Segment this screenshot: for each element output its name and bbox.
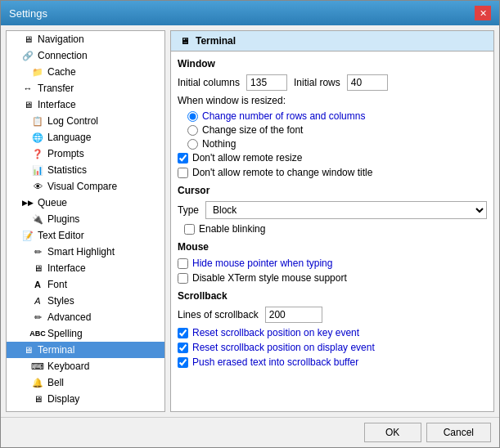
dont-allow-remote-resize-checkbox[interactable] [178,153,188,164]
hide-mouse-checkbox[interactable] [178,258,188,269]
initial-rows-label: Initial rows [294,77,340,88]
styles-icon: A [31,294,44,307]
dont-allow-title-checkbox[interactable] [178,168,188,178]
dont-allow-remote-resize-label: Don't allow remote resize [192,152,302,164]
cursor-type-select[interactable]: Block Underline Beam [205,201,487,219]
cancel-button[interactable]: Cancel [426,423,491,442]
sidebar-item-spelling[interactable]: ABC Spelling [7,325,164,342]
sidebar-label-transfer: Transfer [38,83,74,94]
sidebar-item-display[interactable]: 🖥 Display [7,391,164,407]
disable-xterm-row: Disable XTerm style mouse support [178,272,487,284]
sidebar-label-visual-compare: Visual Compare [47,181,117,192]
title-bar: Settings ✕ [1,1,499,25]
sidebar-item-interface[interactable]: 🖥 Interface [7,96,164,113]
sidebar-label-styles: Styles [47,295,74,307]
ok-button[interactable]: OK [364,423,421,442]
content-body: Window Initial columns Initial rows When… [171,52,493,378]
navigation-icon: 🖥 [21,33,34,46]
cursor-section-title: Cursor [178,185,487,196]
interface2-icon: 🖥 [31,262,44,275]
keyboard-icon: ⌨ [31,360,44,373]
sidebar-item-language[interactable]: 🌐 Language [7,129,164,146]
enable-blinking-checkbox[interactable] [184,224,195,235]
sidebar-label-plugins: Plugins [47,213,79,225]
push-erased-checkbox[interactable] [178,357,188,368]
queue-icon: ▶▶ [21,196,34,209]
sidebar-item-queue[interactable]: ▶▶ Queue [7,195,164,211]
sidebar-item-cache[interactable]: 📁 Cache [7,64,164,80]
hide-mouse-row: Hide mouse pointer when typing [178,258,487,269]
interface-icon: 🖥 [21,98,34,111]
dont-allow-remote-resize-row: Don't allow remote resize [178,152,487,164]
sidebar-item-hyperlinks[interactable]: A Hyperlinks [7,407,164,412]
radio-change-rows: Change number of rows and columns [187,110,487,122]
bottom-bar: OK Cancel [1,417,499,447]
mouse-section-title: Mouse [178,241,487,253]
main-area: 🖥 Navigation 🔗 Connection 📁 Cache ↔ Tran… [1,25,499,417]
resize-options: Change number of rows and columns Change… [181,110,487,150]
reset-key-checkbox[interactable] [178,328,188,338]
radio-nothing: Nothing [187,138,487,150]
radio-change-rows-input[interactable] [187,111,198,122]
initial-columns-input[interactable] [246,74,287,91]
close-button[interactable]: ✕ [475,6,491,20]
sidebar-label-terminal: Terminal [38,344,74,356]
text-editor-icon: 📝 [21,229,34,242]
sidebar-item-keyboard[interactable]: ⌨ Keyboard [7,358,164,374]
initial-rows-input[interactable] [347,74,388,91]
sidebar-label-connection: Connection [38,50,88,61]
reset-display-label: Reset scrollback position on display eve… [192,342,375,353]
plugins-icon: 🔌 [31,213,44,226]
transfer-icon: ↔ [21,82,34,95]
sidebar-item-font[interactable]: A Font [7,276,164,293]
sidebar-item-plugins[interactable]: 🔌 Plugins [7,211,164,227]
radio-change-font-input[interactable] [187,125,198,136]
resize-label: When window is resized: [178,95,286,106]
columns-row: Initial columns Initial rows [178,74,487,91]
reset-display-row: Reset scrollback position on display eve… [178,342,487,353]
sidebar-label-interface2: Interface [47,262,86,274]
sidebar-item-prompts[interactable]: ❓ Prompts [7,146,164,162]
sidebar-item-terminal[interactable]: 🖥 Terminal [7,342,164,358]
sidebar-item-statistics[interactable]: 📊 Statistics [7,162,164,178]
settings-dialog: Settings ✕ 🖥 Navigation 🔗 Connection 📁 C… [0,0,500,448]
sidebar-item-connection[interactable]: 🔗 Connection [7,47,164,64]
sidebar-item-smart-highlight[interactable]: ✏ Smart Highlight [7,244,164,260]
disable-xterm-label: Disable XTerm style mouse support [192,272,347,284]
advanced-icon: ✏ [31,311,44,324]
radio-nothing-input[interactable] [187,139,198,150]
scrollback-section-title: Scrollback [178,290,487,302]
sidebar-label-interface: Interface [38,99,76,110]
sidebar-item-visual-compare[interactable]: 👁 Visual Compare [7,178,164,195]
sidebar-item-navigation[interactable]: 🖥 Navigation [7,31,164,47]
lines-input[interactable] [265,307,322,323]
hyperlinks-icon: A [41,409,54,412]
sidebar-item-interface2[interactable]: 🖥 Interface [7,260,164,276]
log-control-icon: 📋 [31,114,44,128]
cursor-type-label: Type [178,204,199,216]
sidebar-item-transfer[interactable]: ↔ Transfer [7,80,164,96]
sidebar-item-bell[interactable]: 🔔 Bell [7,374,164,391]
reset-display-checkbox[interactable] [178,343,188,353]
smart-highlight-icon: ✏ [31,245,44,258]
sidebar-label-log-control: Log Control [47,115,98,127]
panel-header-icon: 🖥 [178,34,191,47]
sidebar-label-statistics: Statistics [47,164,87,176]
radio-change-font: Change size of the font [187,124,487,136]
language-icon: 🌐 [31,131,44,144]
dialog-title: Settings [9,7,47,20]
panel-title: Terminal [196,35,236,47]
push-erased-row: Push erased text into scrollback buffer [178,356,487,368]
sidebar-label-cache: Cache [47,66,76,78]
sidebar-label-prompts: Prompts [47,148,84,159]
sidebar-label-font: Font [47,279,67,290]
sidebar-item-styles[interactable]: A Styles [7,293,164,309]
sidebar-item-advanced[interactable]: ✏ Advanced [7,309,164,325]
sidebar-item-text-editor[interactable]: 📝 Text Editor [7,227,164,244]
sidebar-label-keyboard: Keyboard [47,361,89,372]
terminal-icon: 🖥 [21,343,34,356]
disable-xterm-checkbox[interactable] [178,273,188,284]
sidebar-label-smart-highlight: Smart Highlight [47,246,115,258]
sidebar-item-log-control[interactable]: 📋 Log Control [7,113,164,129]
bell-icon: 🔔 [31,376,44,389]
